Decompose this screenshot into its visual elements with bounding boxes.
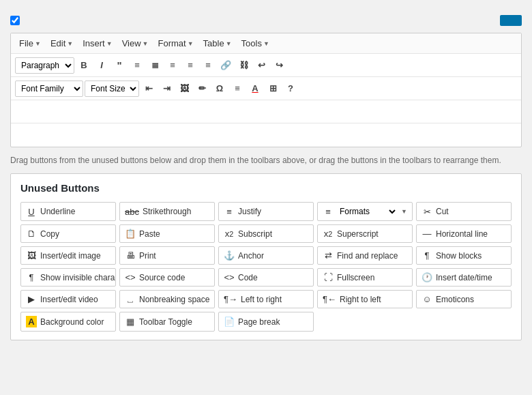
unused-btn-label-8: Superscript bbox=[337, 229, 379, 239]
bullet-list-btn[interactable]: ≡ bbox=[129, 57, 145, 74]
menu-arrow-table: ▼ bbox=[226, 40, 232, 47]
menu-arrow-view: ▼ bbox=[143, 40, 149, 47]
pencil-btn[interactable]: ✏ bbox=[194, 81, 210, 97]
paragraph-select[interactable]: Paragraph bbox=[15, 57, 74, 74]
formats-select[interactable]: Formats bbox=[337, 206, 398, 217]
unused-btn-24[interactable]: ☺Emoticons bbox=[416, 290, 512, 308]
hr-icon: — bbox=[422, 229, 432, 239]
unused-btn-2[interactable]: ≡Justify bbox=[218, 202, 314, 221]
omega-btn[interactable]: Ω bbox=[211, 81, 228, 97]
indent-btn[interactable]: ⇤ bbox=[141, 81, 157, 97]
unused-btn-11[interactable]: 🖶Print bbox=[119, 246, 215, 265]
unused-btn-21[interactable]: ⎵Nonbreaking space bbox=[119, 290, 215, 308]
unused-btn-17[interactable]: <>Code bbox=[218, 268, 314, 287]
save-changes-button[interactable] bbox=[500, 15, 522, 26]
font-family-select[interactable]: Font Family bbox=[15, 81, 83, 97]
unused-btn-27[interactable]: 📄Page break bbox=[218, 312, 314, 332]
rtl-icon: ¶← bbox=[323, 294, 336, 304]
font-color-btn[interactable]: A bbox=[247, 81, 263, 97]
unused-btn-26[interactable]: ▦Toolbar Toggle bbox=[119, 312, 215, 332]
insert-media-btn[interactable]: 🖼 bbox=[176, 81, 192, 97]
unused-btn-18[interactable]: ⛶Fullscreen bbox=[317, 268, 413, 287]
fullscreen-icon: ⛶ bbox=[323, 272, 334, 282]
unused-btn-15[interactable]: ¶Show invisible chara... bbox=[20, 268, 116, 287]
unused-btn-19[interactable]: 🕐Insert date/time bbox=[416, 268, 512, 287]
unused-btn-label-19: Insert date/time bbox=[436, 273, 492, 282]
bold-btn[interactable]: B bbox=[76, 57, 92, 74]
menu-label-format: Format bbox=[158, 38, 186, 48]
unused-btn-label-17: Code bbox=[238, 273, 258, 282]
outdent-btn[interactable]: ⇥ bbox=[158, 81, 175, 97]
menu-item-view[interactable]: View▼ bbox=[118, 36, 153, 50]
menu-item-tools[interactable]: Tools▼ bbox=[237, 36, 274, 50]
menu-arrow-file: ▼ bbox=[35, 40, 41, 47]
formats-icon: ≡ bbox=[323, 207, 334, 217]
paste-icon: 📋 bbox=[125, 229, 136, 239]
unused-btn-22[interactable]: ¶→Left to right bbox=[218, 290, 314, 308]
unused-btn-label-20: Insert/edit video bbox=[40, 295, 98, 304]
menu-label-file: File bbox=[19, 38, 33, 48]
unused-btn-8[interactable]: x2Superscript bbox=[317, 224, 413, 243]
unused-btn-label-13: Find and replace bbox=[337, 251, 398, 261]
menu-arrow-tools: ▼ bbox=[263, 40, 269, 47]
unused-btn-0[interactable]: UUnderline bbox=[20, 202, 116, 221]
redo-btn[interactable]: ↪ bbox=[271, 57, 287, 74]
enable-menu-label[interactable] bbox=[10, 16, 24, 25]
table-btn[interactable]: ⊞ bbox=[265, 81, 281, 97]
link-btn[interactable]: 🔗 bbox=[218, 57, 234, 74]
unused-btn-9[interactable]: —Horizontal line bbox=[416, 224, 512, 243]
help-btn[interactable]: ? bbox=[282, 81, 299, 97]
italic-btn[interactable]: I bbox=[93, 57, 110, 74]
print-icon: 🖶 bbox=[125, 250, 136, 261]
justify-icon: ≡ bbox=[224, 207, 235, 217]
unused-btn-25[interactable]: ABackground color bbox=[20, 312, 116, 332]
unused-buttons-section: Unused Buttons UUnderlineabcStrikethroug… bbox=[10, 173, 522, 340]
numbered-list-btn[interactable]: ≣ bbox=[147, 57, 163, 74]
unused-btn-14[interactable]: ¶Show blocks bbox=[416, 246, 512, 265]
align-center-btn[interactable]: ≡ bbox=[182, 57, 198, 74]
enable-menu-checkbox[interactable] bbox=[10, 16, 20, 25]
menu-item-file[interactable]: File▼ bbox=[15, 36, 45, 50]
blockquote-btn[interactable]: " bbox=[111, 57, 128, 74]
align-left-btn[interactable]: ≡ bbox=[164, 57, 181, 74]
unused-btn-12[interactable]: ⚓Anchor bbox=[218, 246, 314, 265]
unused-btn-13[interactable]: ⇄Find and replace bbox=[317, 246, 413, 265]
unused-btn-1[interactable]: abcStrikethrough bbox=[119, 202, 215, 221]
show-blocks-icon: ¶ bbox=[422, 250, 432, 261]
unused-btn-6[interactable]: 📋Paste bbox=[119, 224, 215, 243]
unused-btn-4[interactable]: ✂Cut bbox=[416, 202, 512, 221]
unused-btn-label-1: Strikethrough bbox=[143, 207, 191, 216]
unused-btn-7[interactable]: x2Subscript bbox=[218, 224, 314, 243]
strikethrough-icon: abc bbox=[125, 207, 139, 217]
unused-btn-16[interactable]: <>Source code bbox=[119, 268, 215, 287]
unused-btn-label-14: Show blocks bbox=[436, 251, 482, 261]
underline-icon: U bbox=[26, 207, 37, 217]
unused-btn-10[interactable]: 🖼Insert/edit image bbox=[20, 246, 116, 265]
top-bar bbox=[10, 15, 522, 26]
unused-btn-3[interactable]: ≡Formats▼ bbox=[317, 202, 413, 221]
menu-item-table[interactable]: Table▼ bbox=[199, 36, 236, 50]
undo-btn[interactable]: ↩ bbox=[253, 57, 269, 74]
toolbar-row-1: Paragraph B I " ≡ ≣ ≡ ≡ ≡ 🔗 ⛓ ↩ ↪ bbox=[11, 54, 521, 77]
editor-toolbar-container: File▼Edit▼Insert▼View▼Format▼Table▼Tools… bbox=[10, 33, 522, 147]
unused-btn-label-23: Right to left bbox=[340, 295, 381, 304]
unused-btn-5[interactable]: 🗋Copy bbox=[20, 224, 116, 243]
anchor-icon: ⚓ bbox=[224, 250, 235, 261]
show-invisible-icon: ¶ bbox=[26, 272, 37, 282]
unused-btn-label-7: Subscript bbox=[238, 229, 272, 239]
menu-item-edit[interactable]: Edit▼ bbox=[46, 36, 77, 50]
unlink-btn[interactable]: ⛓ bbox=[235, 57, 252, 74]
unused-btn-20[interactable]: ▶Insert/edit video bbox=[20, 290, 116, 308]
menu-item-insert[interactable]: Insert▼ bbox=[78, 36, 116, 50]
unused-btn-label-6: Paste bbox=[139, 229, 160, 239]
hr-btn[interactable]: ≡ bbox=[229, 81, 246, 97]
superscript-icon: x2 bbox=[323, 229, 334, 239]
unused-btn-label-27: Page break bbox=[238, 317, 280, 327]
menu-label-table: Table bbox=[203, 38, 224, 48]
menu-item-format[interactable]: Format▼ bbox=[154, 36, 198, 50]
menu-arrow-format: ▼ bbox=[188, 40, 194, 47]
align-right-btn[interactable]: ≡ bbox=[200, 57, 216, 74]
font-sizes-select[interactable]: Font Sizes bbox=[85, 81, 139, 97]
unused-btn-23[interactable]: ¶←Right to left bbox=[317, 290, 413, 308]
insert-image-icon: 🖼 bbox=[26, 250, 37, 261]
